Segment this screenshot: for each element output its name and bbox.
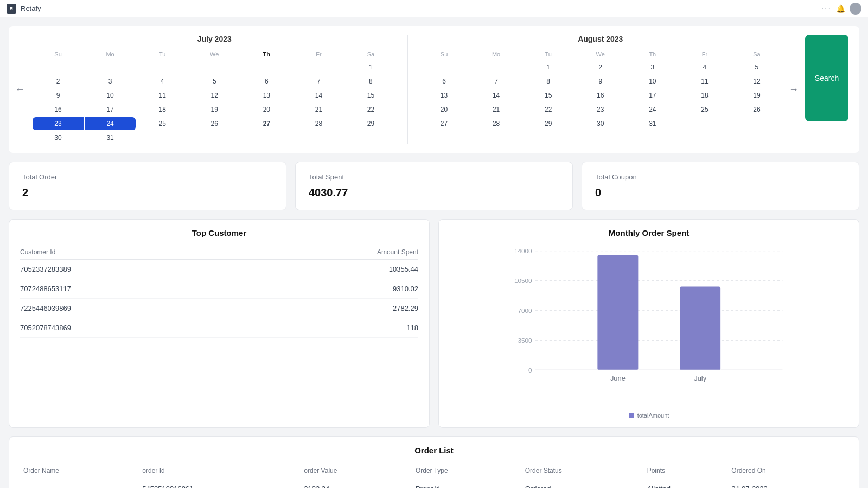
cal-day-cell[interactable]: 25 — [679, 103, 730, 116]
cal-day-cell[interactable]: 9 — [575, 75, 626, 88]
cal-day-cell[interactable]: 12 — [189, 89, 240, 102]
cal-day-cell[interactable]: 22 — [345, 103, 396, 116]
cal-day-cell[interactable]: 3 — [627, 61, 678, 74]
cal-day-cell[interactable]: 15 — [345, 89, 396, 102]
cal-day-cell[interactable]: 6 — [241, 75, 292, 88]
cal-day-cell[interactable]: 26 — [189, 117, 240, 130]
cal-day-cell[interactable]: 8 — [345, 75, 396, 88]
cal-day-cell[interactable]: 11 — [679, 75, 730, 88]
more-icon[interactable]: ··· — [821, 4, 832, 14]
cal-day-cell[interactable]: 17 — [85, 103, 136, 116]
calendar-next-button[interactable]: → — [789, 84, 799, 95]
cal-day-cell[interactable]: 14 — [293, 89, 344, 102]
order-cell — [20, 479, 139, 489]
notification-bell-icon[interactable]: 🔔 — [836, 4, 845, 13]
svg-text:7000: 7000 — [518, 307, 532, 314]
cal-day-cell[interactable]: 4 — [137, 75, 188, 88]
cal-day-cell[interactable]: 8 — [523, 75, 574, 88]
order-row: 54585199168613103.34PrepaidOrderedAllott… — [20, 479, 848, 489]
order-cell: Ordered — [522, 479, 644, 489]
cal-day-cell[interactable]: 19 — [189, 103, 240, 116]
cal-day-cell[interactable]: 23 — [33, 117, 84, 130]
cal-day-cell[interactable]: 31 — [627, 117, 678, 130]
cal-day-cell[interactable]: 11 — [137, 89, 188, 102]
cal-day-cell[interactable]: 1 — [523, 61, 574, 74]
order-col-header: Order Name — [20, 463, 139, 479]
calendar-prev-button[interactable]: ← — [15, 84, 25, 95]
cal-day-cell — [679, 117, 730, 130]
customer-id-cell: 7225446039869 — [20, 299, 240, 318]
cal-day-cell[interactable]: 20 — [241, 103, 292, 116]
user-avatar[interactable] — [850, 3, 861, 15]
cal-day-cell[interactable]: 26 — [731, 103, 782, 116]
cal-day-cell[interactable]: 4 — [679, 61, 730, 74]
cal-day-cell[interactable]: 3 — [85, 75, 136, 88]
cal-day-cell[interactable]: 9 — [33, 89, 84, 102]
cal-day-cell[interactable]: 15 — [523, 89, 574, 102]
total-coupon-label: Total Coupon — [595, 173, 846, 181]
cal-day-cell — [419, 61, 470, 74]
cal-day-cell[interactable]: 21 — [471, 103, 522, 116]
cal-day-cell[interactable]: 24 — [85, 117, 136, 130]
amount-spent-cell: 9310.02 — [240, 279, 418, 299]
cal-day-cell[interactable]: 2 — [33, 75, 84, 88]
cal-day-cell[interactable]: 13 — [419, 89, 470, 102]
cal-day-cell[interactable]: 24 — [627, 103, 678, 116]
top-customer-card: Top Customer Customer Id Amount Spent 70… — [9, 219, 430, 428]
cal-day-cell[interactable]: 5 — [189, 75, 240, 88]
cal-day-cell[interactable]: 13 — [241, 89, 292, 102]
cal-day-cell[interactable]: 30 — [575, 117, 626, 130]
monthly-chart-card: Monthly Order Spent 1400010500700035000J… — [438, 219, 859, 428]
bottom-section: Top Customer Customer Id Amount Spent 70… — [9, 219, 859, 428]
august-grid: SuMoTuWeThFrSa12345678910111213141516171… — [419, 49, 783, 130]
cal-day-cell[interactable]: 7 — [471, 75, 522, 88]
cal-day-cell[interactable]: 31 — [85, 131, 136, 144]
july-title: July 2023 — [33, 35, 397, 43]
total-spent-card: Total Spent 4030.77 — [295, 162, 573, 210]
cal-day-cell[interactable]: 22 — [523, 103, 574, 116]
search-button[interactable]: Search — [805, 35, 848, 121]
cal-day-cell[interactable]: 16 — [575, 89, 626, 102]
cal-day-cell[interactable]: 7 — [293, 75, 344, 88]
cal-day-cell[interactable]: 14 — [471, 89, 522, 102]
cal-day-cell[interactable]: 21 — [293, 103, 344, 116]
cal-day-cell[interactable]: 25 — [137, 117, 188, 130]
cal-day-cell[interactable]: 27 — [419, 117, 470, 130]
cal-day-cell[interactable]: 1 — [345, 61, 396, 74]
cal-day-cell[interactable]: 10 — [85, 89, 136, 102]
calendar-section: ← July 2023 SuMoTuWeThFrSa12345678910111… — [9, 26, 859, 153]
customer-id-cell: 7052078743869 — [20, 318, 240, 338]
calendar-divider — [407, 35, 408, 144]
app-name: Retafy — [21, 4, 41, 12]
cal-day-cell[interactable]: 19 — [731, 89, 782, 102]
cal-day-cell[interactable]: 28 — [471, 117, 522, 130]
cal-weekday-header: Mo — [471, 49, 522, 60]
cal-day-cell[interactable]: 12 — [731, 75, 782, 88]
cal-weekday-header: Mo — [85, 49, 136, 60]
cal-weekday-header: Su — [419, 49, 470, 60]
cal-day-cell[interactable]: 6 — [419, 75, 470, 88]
cal-day-cell[interactable]: 30 — [33, 131, 84, 144]
cal-weekday-header: Fr — [293, 49, 344, 60]
cal-day-cell[interactable]: 18 — [679, 89, 730, 102]
cal-day-cell[interactable]: 18 — [137, 103, 188, 116]
cal-day-cell[interactable]: 10 — [627, 75, 678, 88]
top-customer-row: 70724886531179310.02 — [20, 279, 418, 299]
cal-day-cell[interactable]: 20 — [419, 103, 470, 116]
cal-day-cell[interactable]: 23 — [575, 103, 626, 116]
cal-day-cell[interactable]: 17 — [627, 89, 678, 102]
order-col-header: order Id — [139, 463, 301, 479]
cal-day-cell[interactable]: 29 — [345, 117, 396, 130]
cal-day-cell[interactable]: 29 — [523, 117, 574, 130]
order-list-title: Order List — [20, 446, 848, 455]
order-cell: Prepaid — [412, 479, 522, 489]
cal-day-cell — [85, 61, 136, 74]
july-calendar: July 2023 SuMoTuWeThFrSa1234567891011121… — [33, 35, 397, 144]
chart-legend: totalAmount — [450, 412, 848, 419]
cal-day-cell[interactable]: 28 — [293, 117, 344, 130]
cal-day-cell[interactable]: 2 — [575, 61, 626, 74]
july-grid: SuMoTuWeThFrSa12345678910111213141516171… — [33, 49, 397, 144]
cal-day-cell[interactable]: 27 — [241, 117, 292, 130]
cal-day-cell[interactable]: 16 — [33, 103, 84, 116]
cal-day-cell[interactable]: 5 — [731, 61, 782, 74]
